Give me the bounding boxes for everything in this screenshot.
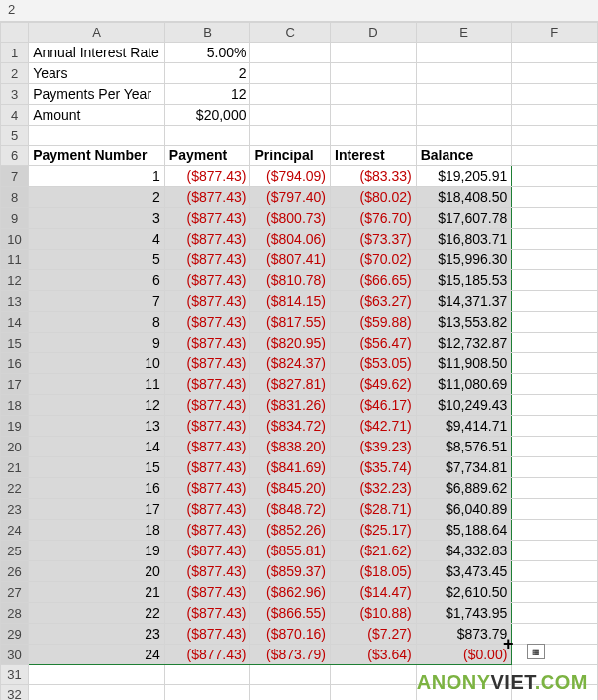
cell-B3[interactable]: 12 bbox=[164, 84, 250, 105]
cell-E21[interactable]: $7,734.81 bbox=[416, 457, 512, 478]
cell-C25[interactable]: ($855.81) bbox=[250, 541, 331, 561]
cell-E4[interactable] bbox=[416, 105, 512, 126]
cell-E12[interactable]: $15,185.53 bbox=[416, 270, 512, 291]
cell-C32[interactable] bbox=[250, 685, 331, 701]
cell-C13[interactable]: ($814.15) bbox=[250, 291, 331, 312]
row-header-11[interactable]: 11 bbox=[1, 250, 29, 270]
row-header-15[interactable]: 15 bbox=[1, 333, 29, 353]
cell-C14[interactable]: ($817.55) bbox=[250, 312, 331, 333]
col-header-D[interactable]: D bbox=[331, 23, 417, 43]
col-header-C[interactable]: C bbox=[250, 23, 331, 43]
cell-F18[interactable] bbox=[512, 395, 598, 416]
col-header-F[interactable]: F bbox=[512, 23, 598, 43]
col-header-E[interactable]: E bbox=[416, 23, 512, 43]
row-header-10[interactable]: 10 bbox=[1, 229, 29, 250]
cell-D16[interactable]: ($53.05) bbox=[331, 353, 417, 374]
cell-F21[interactable] bbox=[512, 457, 598, 478]
cell-C26[interactable]: ($859.37) bbox=[250, 561, 331, 582]
cell-B7[interactable]: ($877.43) bbox=[164, 166, 250, 187]
row-header-21[interactable]: 21 bbox=[1, 457, 29, 478]
cell-A30[interactable]: 24 bbox=[29, 645, 165, 665]
cell-C10[interactable]: ($804.06) bbox=[250, 229, 331, 250]
cell-B4[interactable]: $20,000 bbox=[164, 105, 250, 126]
cell-C11[interactable]: ($807.41) bbox=[250, 250, 331, 270]
cell-A8[interactable]: 2 bbox=[29, 187, 165, 208]
cell-B24[interactable]: ($877.43) bbox=[164, 520, 250, 541]
cell-E1[interactable] bbox=[416, 43, 512, 63]
cell-B22[interactable]: ($877.43) bbox=[164, 478, 250, 499]
cell-C21[interactable]: ($841.69) bbox=[250, 457, 331, 478]
col-header-B[interactable]: B bbox=[164, 23, 250, 43]
row-header-1[interactable]: 1 bbox=[1, 43, 29, 63]
row-header-13[interactable]: 13 bbox=[1, 291, 29, 312]
cell-F15[interactable] bbox=[512, 333, 598, 353]
cell-F5[interactable] bbox=[512, 126, 598, 146]
row-header-27[interactable]: 27 bbox=[1, 582, 29, 603]
cell-E5[interactable] bbox=[416, 126, 512, 146]
cell-E19[interactable]: $9,414.71 bbox=[416, 416, 512, 437]
cell-B27[interactable]: ($877.43) bbox=[164, 582, 250, 603]
cell-B12[interactable]: ($877.43) bbox=[164, 270, 250, 291]
cell-C7[interactable]: ($794.09) bbox=[250, 166, 331, 187]
cell-D21[interactable]: ($35.74) bbox=[331, 457, 417, 478]
cell-C4[interactable] bbox=[250, 105, 331, 126]
cell-A27[interactable]: 21 bbox=[29, 582, 165, 603]
cell-B14[interactable]: ($877.43) bbox=[164, 312, 250, 333]
cell-A1[interactable]: Annual Interest Rate bbox=[29, 43, 165, 63]
cell-B15[interactable]: ($877.43) bbox=[164, 333, 250, 353]
row-header-6[interactable]: 6 bbox=[1, 146, 29, 166]
cell-D9[interactable]: ($76.70) bbox=[331, 208, 417, 229]
cell-A32[interactable] bbox=[29, 685, 165, 701]
row-header-2[interactable]: 2 bbox=[1, 63, 29, 84]
cell-D17[interactable]: ($49.62) bbox=[331, 374, 417, 395]
cell-F19[interactable] bbox=[512, 416, 598, 437]
row-header-26[interactable]: 26 bbox=[1, 561, 29, 582]
row-header-24[interactable]: 24 bbox=[1, 520, 29, 541]
cell-B21[interactable]: ($877.43) bbox=[164, 457, 250, 478]
cell-D13[interactable]: ($63.27) bbox=[331, 291, 417, 312]
cell-E17[interactable]: $11,080.69 bbox=[416, 374, 512, 395]
cell-F8[interactable] bbox=[512, 187, 598, 208]
cell-A28[interactable]: 22 bbox=[29, 603, 165, 624]
cell-D14[interactable]: ($59.88) bbox=[331, 312, 417, 333]
cell-E2[interactable] bbox=[416, 63, 512, 84]
cell-A25[interactable]: 19 bbox=[29, 541, 165, 561]
cell-B17[interactable]: ($877.43) bbox=[164, 374, 250, 395]
cell-A23[interactable]: 17 bbox=[29, 499, 165, 520]
row-header-16[interactable]: 16 bbox=[1, 353, 29, 374]
cell-A11[interactable]: 5 bbox=[29, 250, 165, 270]
cell-C9[interactable]: ($800.73) bbox=[250, 208, 331, 229]
cell-A14[interactable]: 8 bbox=[29, 312, 165, 333]
cell-D30[interactable]: ($3.64) bbox=[331, 645, 417, 665]
cell-A12[interactable]: 6 bbox=[29, 270, 165, 291]
cell-D5[interactable] bbox=[331, 126, 417, 146]
cell-D22[interactable]: ($32.23) bbox=[331, 478, 417, 499]
cell-F9[interactable] bbox=[512, 208, 598, 229]
cell-D10[interactable]: ($73.37) bbox=[331, 229, 417, 250]
cell-D18[interactable]: ($46.17) bbox=[331, 395, 417, 416]
cell-D7[interactable]: ($83.33) bbox=[331, 166, 417, 187]
cell-B32[interactable] bbox=[164, 685, 250, 701]
cell-B1[interactable]: 5.00% bbox=[164, 43, 250, 63]
cell-E8[interactable]: $18,408.50 bbox=[416, 187, 512, 208]
cell-C28[interactable]: ($866.55) bbox=[250, 603, 331, 624]
cell-D19[interactable]: ($42.71) bbox=[331, 416, 417, 437]
cell-A6[interactable]: Payment Number bbox=[29, 146, 165, 166]
cell-B6[interactable]: Payment bbox=[164, 146, 250, 166]
cell-D23[interactable]: ($28.71) bbox=[331, 499, 417, 520]
cell-A3[interactable]: Payments Per Year bbox=[29, 84, 165, 105]
row-header-7[interactable]: 7 bbox=[1, 166, 29, 187]
cell-B13[interactable]: ($877.43) bbox=[164, 291, 250, 312]
cell-E25[interactable]: $4,332.83 bbox=[416, 541, 512, 561]
row-header-3[interactable]: 3 bbox=[1, 84, 29, 105]
cell-F1[interactable] bbox=[512, 43, 598, 63]
row-header-22[interactable]: 22 bbox=[1, 478, 29, 499]
cell-A7[interactable]: 1 bbox=[29, 166, 165, 187]
cell-C30[interactable]: ($873.79) bbox=[250, 645, 331, 665]
cell-E30[interactable]: ($0.00) bbox=[416, 645, 512, 665]
cell-E3[interactable] bbox=[416, 84, 512, 105]
cell-E18[interactable]: $10,249.43 bbox=[416, 395, 512, 416]
cell-F23[interactable] bbox=[512, 499, 598, 520]
cell-C20[interactable]: ($838.20) bbox=[250, 437, 331, 457]
cell-C23[interactable]: ($848.72) bbox=[250, 499, 331, 520]
